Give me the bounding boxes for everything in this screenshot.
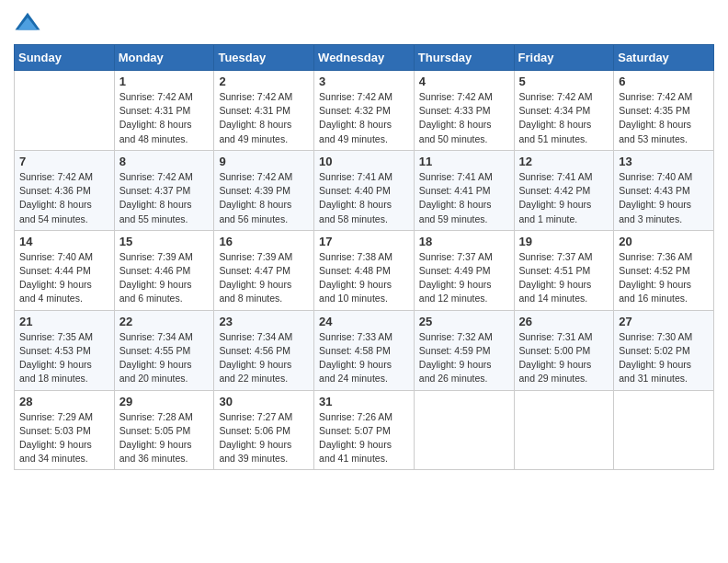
day-info: Sunrise: 7:42 AMSunset: 4:36 PMDaylight:… <box>19 170 109 226</box>
week-row-4: 21Sunrise: 7:35 AMSunset: 4:53 PMDayligh… <box>15 310 714 390</box>
day-info: Sunrise: 7:27 AMSunset: 5:06 PMDaylight:… <box>219 410 309 466</box>
day-cell: 19Sunrise: 7:37 AMSunset: 4:51 PMDayligh… <box>514 230 614 310</box>
header <box>14 9 714 37</box>
weekday-header-sunday: Sunday <box>15 45 115 71</box>
day-cell: 23Sunrise: 7:34 AMSunset: 4:56 PMDayligh… <box>214 310 314 390</box>
day-info: Sunrise: 7:41 AMSunset: 4:40 PMDaylight:… <box>319 170 409 226</box>
day-info: Sunrise: 7:28 AMSunset: 5:05 PMDaylight:… <box>119 410 210 466</box>
day-cell: 2Sunrise: 7:42 AMSunset: 4:31 PMDaylight… <box>214 71 314 151</box>
day-number: 6 <box>619 75 709 88</box>
day-cell <box>614 390 714 470</box>
day-number: 31 <box>319 395 409 408</box>
weekday-header-row: SundayMondayTuesdayWednesdayThursdayFrid… <box>15 45 714 71</box>
weekday-header-monday: Monday <box>114 45 214 71</box>
day-number: 2 <box>219 75 309 88</box>
day-number: 21 <box>19 315 109 328</box>
weekday-header-thursday: Thursday <box>414 45 514 71</box>
day-cell: 7Sunrise: 7:42 AMSunset: 4:36 PMDaylight… <box>15 150 115 230</box>
weekday-header-saturday: Saturday <box>614 45 714 71</box>
day-cell: 14Sunrise: 7:40 AMSunset: 4:44 PMDayligh… <box>15 230 115 310</box>
day-info: Sunrise: 7:42 AMSunset: 4:31 PMDaylight:… <box>119 90 210 146</box>
day-number: 27 <box>619 315 709 328</box>
day-info: Sunrise: 7:40 AMSunset: 4:44 PMDaylight:… <box>19 250 109 306</box>
day-number: 28 <box>19 395 109 408</box>
day-cell: 22Sunrise: 7:34 AMSunset: 4:55 PMDayligh… <box>114 310 214 390</box>
day-info: Sunrise: 7:37 AMSunset: 4:49 PMDaylight:… <box>419 250 509 306</box>
day-info: Sunrise: 7:42 AMSunset: 4:39 PMDaylight:… <box>219 170 309 226</box>
day-info: Sunrise: 7:42 AMSunset: 4:35 PMDaylight:… <box>619 90 709 146</box>
day-number: 9 <box>219 155 309 168</box>
day-number: 15 <box>119 235 210 248</box>
day-cell: 31Sunrise: 7:26 AMSunset: 5:07 PMDayligh… <box>314 390 415 470</box>
day-cell: 21Sunrise: 7:35 AMSunset: 4:53 PMDayligh… <box>15 310 115 390</box>
day-cell: 26Sunrise: 7:31 AMSunset: 5:00 PMDayligh… <box>514 310 614 390</box>
day-number: 29 <box>119 395 210 408</box>
day-number: 3 <box>319 75 409 88</box>
week-row-3: 14Sunrise: 7:40 AMSunset: 4:44 PMDayligh… <box>15 230 714 310</box>
day-cell: 3Sunrise: 7:42 AMSunset: 4:32 PMDaylight… <box>314 71 415 151</box>
day-number: 26 <box>519 315 609 328</box>
week-row-1: 1Sunrise: 7:42 AMSunset: 4:31 PMDaylight… <box>15 71 714 151</box>
day-cell <box>514 390 614 470</box>
day-info: Sunrise: 7:31 AMSunset: 5:00 PMDaylight:… <box>519 330 609 386</box>
day-info: Sunrise: 7:41 AMSunset: 4:41 PMDaylight:… <box>419 170 509 226</box>
day-cell: 18Sunrise: 7:37 AMSunset: 4:49 PMDayligh… <box>414 230 514 310</box>
day-number: 20 <box>619 235 709 248</box>
day-info: Sunrise: 7:34 AMSunset: 4:55 PMDaylight:… <box>119 330 210 386</box>
day-number: 22 <box>119 315 210 328</box>
day-number: 4 <box>419 75 509 88</box>
day-cell <box>15 71 115 151</box>
week-row-2: 7Sunrise: 7:42 AMSunset: 4:36 PMDaylight… <box>15 150 714 230</box>
weekday-header-tuesday: Tuesday <box>214 45 314 71</box>
day-number: 30 <box>219 395 309 408</box>
day-number: 25 <box>419 315 509 328</box>
day-cell: 12Sunrise: 7:41 AMSunset: 4:42 PMDayligh… <box>514 150 614 230</box>
day-cell: 20Sunrise: 7:36 AMSunset: 4:52 PMDayligh… <box>614 230 714 310</box>
day-number: 13 <box>619 155 709 168</box>
day-cell: 6Sunrise: 7:42 AMSunset: 4:35 PMDaylight… <box>614 71 714 151</box>
logo-icon <box>14 9 41 37</box>
day-cell: 13Sunrise: 7:40 AMSunset: 4:43 PMDayligh… <box>614 150 714 230</box>
day-cell: 25Sunrise: 7:32 AMSunset: 4:59 PMDayligh… <box>414 310 514 390</box>
day-cell: 8Sunrise: 7:42 AMSunset: 4:37 PMDaylight… <box>114 150 214 230</box>
day-number: 7 <box>19 155 109 168</box>
day-cell <box>414 390 514 470</box>
day-number: 14 <box>19 235 109 248</box>
day-info: Sunrise: 7:38 AMSunset: 4:48 PMDaylight:… <box>319 250 409 306</box>
day-number: 19 <box>519 235 609 248</box>
day-cell: 9Sunrise: 7:42 AMSunset: 4:39 PMDaylight… <box>214 150 314 230</box>
day-cell: 5Sunrise: 7:42 AMSunset: 4:34 PMDaylight… <box>514 71 614 151</box>
day-cell: 30Sunrise: 7:27 AMSunset: 5:06 PMDayligh… <box>214 390 314 470</box>
day-info: Sunrise: 7:42 AMSunset: 4:34 PMDaylight:… <box>519 90 609 146</box>
day-number: 8 <box>119 155 210 168</box>
day-number: 24 <box>319 315 409 328</box>
day-info: Sunrise: 7:42 AMSunset: 4:32 PMDaylight:… <box>319 90 409 146</box>
day-info: Sunrise: 7:42 AMSunset: 4:31 PMDaylight:… <box>219 90 309 146</box>
day-cell: 4Sunrise: 7:42 AMSunset: 4:33 PMDaylight… <box>414 71 514 151</box>
day-info: Sunrise: 7:30 AMSunset: 5:02 PMDaylight:… <box>619 330 709 386</box>
day-info: Sunrise: 7:40 AMSunset: 4:43 PMDaylight:… <box>619 170 709 226</box>
week-row-5: 28Sunrise: 7:29 AMSunset: 5:03 PMDayligh… <box>15 390 714 470</box>
day-info: Sunrise: 7:42 AMSunset: 4:37 PMDaylight:… <box>119 170 210 226</box>
logo <box>14 9 45 37</box>
day-number: 5 <box>519 75 609 88</box>
day-cell: 27Sunrise: 7:30 AMSunset: 5:02 PMDayligh… <box>614 310 714 390</box>
day-number: 16 <box>219 235 309 248</box>
day-number: 10 <box>319 155 409 168</box>
day-info: Sunrise: 7:39 AMSunset: 4:47 PMDaylight:… <box>219 250 309 306</box>
day-cell: 1Sunrise: 7:42 AMSunset: 4:31 PMDaylight… <box>114 71 214 151</box>
day-info: Sunrise: 7:39 AMSunset: 4:46 PMDaylight:… <box>119 250 210 306</box>
day-number: 1 <box>119 75 210 88</box>
day-number: 11 <box>419 155 509 168</box>
day-cell: 11Sunrise: 7:41 AMSunset: 4:41 PMDayligh… <box>414 150 514 230</box>
day-info: Sunrise: 7:36 AMSunset: 4:52 PMDaylight:… <box>619 250 709 306</box>
day-info: Sunrise: 7:29 AMSunset: 5:03 PMDaylight:… <box>19 410 109 466</box>
day-cell: 16Sunrise: 7:39 AMSunset: 4:47 PMDayligh… <box>214 230 314 310</box>
weekday-header-wednesday: Wednesday <box>314 45 415 71</box>
calendar-table: SundayMondayTuesdayWednesdayThursdayFrid… <box>14 44 714 470</box>
day-number: 17 <box>319 235 409 248</box>
day-number: 18 <box>419 235 509 248</box>
page: SundayMondayTuesdayWednesdayThursdayFrid… <box>0 0 728 563</box>
day-info: Sunrise: 7:37 AMSunset: 4:51 PMDaylight:… <box>519 250 609 306</box>
day-cell: 17Sunrise: 7:38 AMSunset: 4:48 PMDayligh… <box>314 230 415 310</box>
